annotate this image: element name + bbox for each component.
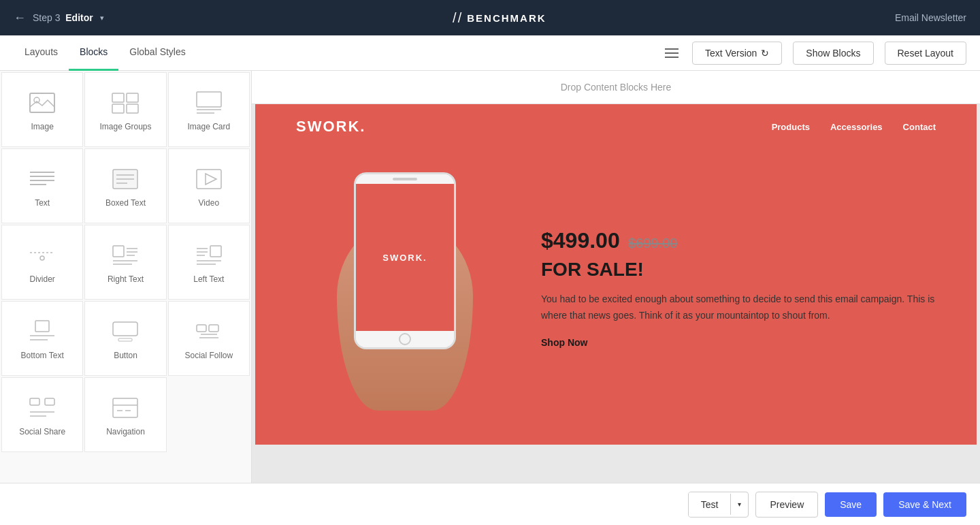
editor-dropdown[interactable]: ▾ [100,14,104,22]
email-text-content: $499.00 $699.00 FOR SALE! You had to be … [541,228,936,349]
logo-text: BENCHMARK [467,12,546,24]
svg-point-20 [40,256,44,260]
email-nav: SWORK. Products Accessories Contact [255,104,977,149]
svg-rect-2 [112,93,124,102]
price-row: $499.00 $699.00 [541,228,936,253]
hamburger-line [665,48,679,50]
button-block-icon [110,319,140,344]
shop-now-link[interactable]: Shop Now [541,337,936,348]
sale-title: FOR SALE! [541,259,936,281]
navigation-block-icon [110,396,140,420]
price-original: $699.00 [628,236,677,251]
email-preview: SWORK. Products Accessories Contact [255,104,977,445]
svg-rect-27 [210,246,221,257]
image-block-icon [27,91,57,115]
block-social-follow[interactable]: Social Follow [168,301,250,376]
hamburger-line [665,52,679,54]
blocks-grid: Image Image Groups [0,71,251,454]
block-right-text[interactable]: Right Text [84,225,166,300]
block-text[interactable]: Text [1,148,83,223]
sidebar: Image Image Groups [0,71,252,483]
left-text-block-icon [194,243,224,268]
phone-illustration: SWORK. [316,165,493,411]
block-boxed-text-label: Boxed Text [105,198,146,208]
tab-global-styles[interactable]: Global Styles [118,35,196,71]
block-bottom-text-label: Bottom Text [21,351,64,360]
save-button[interactable]: Save [825,492,877,517]
refresh-icon: ↻ [761,48,769,59]
block-image-groups-label: Image Groups [99,122,151,131]
phone-screen-text: SWORK. [382,253,427,263]
drop-hint: Drop Content Blocks Here [252,71,980,104]
svg-rect-39 [209,325,218,332]
block-navigation-label: Navigation [106,427,145,436]
block-video[interactable]: Video [168,148,250,223]
save-next-button[interactable]: Save & Next [883,492,966,517]
show-blocks-button[interactable]: Show Blocks [793,42,873,65]
hamburger-button[interactable] [662,46,681,61]
main-layout: Image Image Groups [0,71,980,483]
phone-screen: SWORK. [356,184,454,331]
block-bottom-text[interactable]: Bottom Text [1,301,83,376]
block-image-card-label: Image Card [187,122,230,131]
tab-blocks[interactable]: Blocks [69,35,118,71]
social-share-block-icon [27,396,57,420]
image-card-block-icon [194,91,224,115]
bottom-bar: Test ▾ Preview Save Save & Next [0,483,980,525]
block-button[interactable]: Button [84,301,166,376]
text-version-button[interactable]: Text Version ↻ [692,42,782,65]
block-image-groups[interactable]: Image Groups [84,72,166,147]
email-nav-links: Products Accessories Contact [772,122,936,132]
tab-group: Layouts Blocks Global Styles [14,35,197,71]
test-button[interactable]: Test [689,492,731,517]
email-logo: SWORK. [296,118,365,136]
back-button[interactable]: ← [14,11,26,25]
block-image[interactable]: Image [1,72,83,147]
phone-home-button [399,333,411,345]
test-button-group: Test ▾ [688,492,749,518]
boxed-text-block-icon [110,167,140,191]
reset-layout-button[interactable]: Reset Layout [885,42,967,65]
toolbar: Layouts Blocks Global Styles Text Versio… [0,35,980,71]
right-text-block-icon [110,243,140,268]
block-image-card[interactable]: Image Card [168,72,250,147]
nav-link-products[interactable]: Products [772,122,810,132]
block-video-label: Video [199,198,219,208]
phone-top-bar [356,174,454,184]
block-button-label: Button [114,351,137,360]
video-block-icon [194,167,224,191]
svg-rect-38 [197,325,206,332]
svg-rect-43 [45,398,54,405]
price-current: $499.00 [541,228,620,253]
block-text-label: Text [35,198,50,208]
test-dropdown-button[interactable]: ▾ [730,494,748,515]
logo: // BENCHMARK [453,10,546,26]
tab-layouts[interactable]: Layouts [14,35,69,71]
phone-container: SWORK. [296,165,514,411]
nav-link-contact[interactable]: Contact [903,122,936,132]
svg-rect-46 [113,398,137,417]
svg-rect-3 [127,93,138,102]
preview-button[interactable]: Preview [755,492,818,518]
svg-marker-18 [206,174,216,185]
block-divider[interactable]: Divider [1,225,83,300]
divider-block-icon [27,243,57,268]
block-social-follow-label: Social Follow [184,351,233,360]
phone-bottom-bar [356,331,454,347]
block-boxed-text[interactable]: Boxed Text [84,148,166,223]
bottom-text-block-icon [27,319,57,344]
block-social-share-label: Social Share [19,427,65,436]
logo-slash: // [453,10,463,26]
block-left-text-label: Left Text [193,274,224,284]
block-right-text-label: Right Text [108,274,144,284]
block-left-text[interactable]: Left Text [168,225,250,300]
hamburger-line [665,57,679,58]
text-version-label: Text Version [705,48,757,59]
step-label: Step 3 Editor [33,12,93,23]
nav-link-accessories[interactable]: Accessories [830,122,883,132]
block-social-share[interactable]: Social Share [1,377,83,452]
content-area: Drop Content Blocks Here SWORK. Products… [252,71,980,483]
text-block-icon [27,167,57,191]
block-navigation[interactable]: Navigation [84,377,166,452]
svg-rect-6 [197,92,221,107]
